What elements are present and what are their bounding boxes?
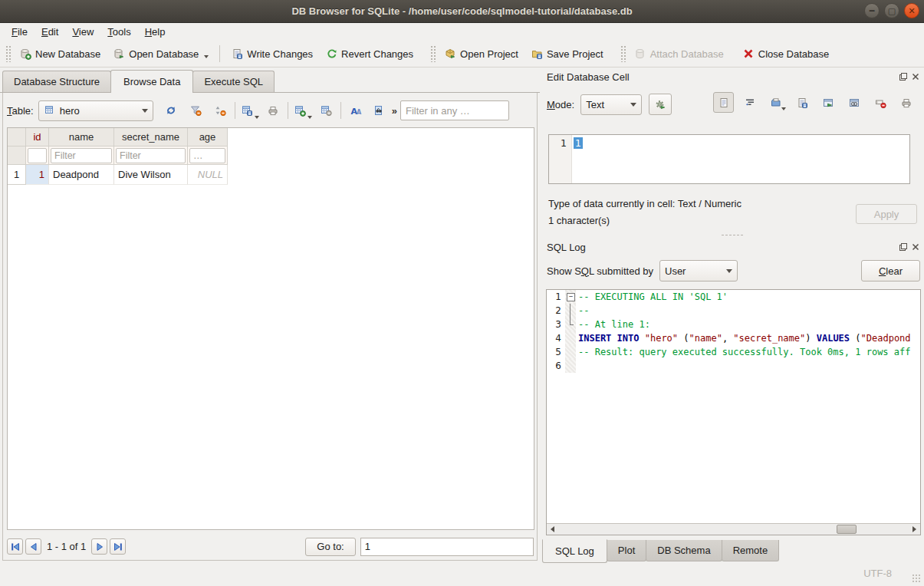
- tab-execute-sql[interactable]: Execute SQL: [192, 71, 275, 92]
- db-new-icon: [19, 48, 31, 60]
- goto-button[interactable]: Go to:: [305, 538, 355, 556]
- tab-browse-data[interactable]: Browse Data: [110, 70, 193, 93]
- open-project-button[interactable]: Open Project: [438, 44, 524, 64]
- grid-corner[interactable]: [8, 128, 26, 146]
- menu-bar: File Edit View Tools Help: [0, 23, 924, 41]
- tab-plot[interactable]: Plot: [607, 540, 646, 561]
- menu-file[interactable]: File: [5, 24, 35, 40]
- chevron-down-icon: [630, 103, 636, 107]
- word-wrap-button[interactable]: [739, 92, 760, 113]
- clear-log-button[interactable]: Clear: [861, 260, 920, 281]
- previous-record-button[interactable]: [25, 538, 41, 555]
- resize-grip-icon[interactable]: [912, 574, 921, 583]
- import-data-button[interactable]: [765, 92, 786, 113]
- titlebar[interactable]: DB Browser for SQLite - /home/user/code/…: [0, 0, 924, 23]
- close-database-button[interactable]: Close Database: [736, 44, 836, 64]
- first-record-button[interactable]: [7, 538, 23, 555]
- export-data-icon: [796, 97, 808, 109]
- tab-remote[interactable]: Remote: [722, 540, 780, 561]
- horizontal-scrollbar[interactable]: [547, 523, 920, 535]
- sql-source-select[interactable]: User: [659, 260, 738, 281]
- toolbar-overflow-chevron[interactable]: »: [392, 105, 397, 117]
- last-record-icon: [112, 541, 124, 553]
- row-header[interactable]: 1: [8, 165, 26, 185]
- filter-input-id[interactable]: [28, 148, 47, 163]
- goto-input[interactable]: 1: [360, 538, 534, 556]
- copy-link-button[interactable]: [843, 92, 864, 113]
- float-panel-icon[interactable]: [898, 242, 908, 252]
- close-database-icon: [742, 48, 755, 60]
- print-button[interactable]: [263, 100, 283, 120]
- cell-name[interactable]: Deadpond: [49, 165, 114, 185]
- save-project-button[interactable]: Save Project: [524, 44, 610, 64]
- menu-tools[interactable]: Tools: [100, 24, 137, 40]
- next-record-button[interactable]: [91, 538, 107, 555]
- refresh-button[interactable]: [161, 100, 181, 120]
- sql-log-view[interactable]: 1-- EXECUTING ALL IN 'SQL 1'2--3-- At li…: [546, 289, 921, 535]
- column-header-secret-name[interactable]: secret_name: [114, 128, 188, 146]
- filter-input-age[interactable]: …: [189, 148, 225, 163]
- first-record-icon: [9, 541, 21, 553]
- print-cell-button[interactable]: [896, 92, 916, 113]
- set-null-button[interactable]: [870, 92, 890, 113]
- scrollbar-thumb[interactable]: [837, 525, 857, 534]
- cell-id[interactable]: 1: [26, 165, 49, 185]
- cell-editor-value[interactable]: 1: [574, 137, 583, 149]
- table-select[interactable]: hero: [38, 100, 153, 121]
- close-panel-icon[interactable]: [910, 71, 920, 81]
- browse-data-page: Table: hero AA » Filter in any …: [2, 93, 538, 561]
- tab-db-schema[interactable]: DB Schema: [646, 540, 722, 561]
- filter-any-input[interactable]: Filter in any …: [400, 100, 509, 120]
- find-button[interactable]: [369, 100, 389, 120]
- cell-secret-name[interactable]: Dive Wilson: [114, 165, 188, 185]
- print-cell-icon: [900, 97, 912, 109]
- chevron-down-icon: [142, 109, 148, 113]
- sql-log-title: SQL Log: [547, 242, 586, 253]
- maximize-icon[interactable]: ▢: [884, 3, 899, 18]
- sql-log-line: 5-- Result: query executed successfully.…: [547, 345, 920, 359]
- close-icon[interactable]: ✕: [904, 3, 919, 18]
- delete-record-button[interactable]: [316, 100, 336, 120]
- open-database-button[interactable]: Open Database: [107, 44, 215, 64]
- clear-sort-button[interactable]: [210, 100, 230, 120]
- column-header-name[interactable]: name: [49, 128, 114, 146]
- filter-corner: [8, 146, 26, 165]
- column-header-id[interactable]: id: [26, 128, 49, 146]
- scrollbar-track[interactable]: [558, 524, 909, 535]
- revert-changes-button[interactable]: Revert Changes: [319, 44, 419, 64]
- column-header-age[interactable]: age: [188, 128, 228, 146]
- scroll-left-icon[interactable]: [547, 524, 558, 535]
- panel-splitter[interactable]: [541, 232, 924, 238]
- open-in-app-button[interactable]: [817, 92, 838, 113]
- new-database-button[interactable]: New Database: [13, 44, 107, 64]
- minimize-icon[interactable]: ━: [864, 3, 880, 18]
- mode-select[interactable]: Text: [580, 94, 642, 115]
- toolbar-drag-handle[interactable]: [430, 45, 436, 62]
- menu-help[interactable]: Help: [138, 24, 173, 40]
- tab-sql-log[interactable]: SQL Log: [542, 539, 607, 563]
- font-button[interactable]: AA: [346, 100, 366, 120]
- toolbar-drag-handle[interactable]: [620, 45, 626, 62]
- grid-filter-row: Filter Filter …: [8, 146, 534, 165]
- scroll-right-icon[interactable]: [909, 524, 920, 535]
- filter-input-secret-name[interactable]: Filter: [116, 148, 186, 163]
- save-view-button[interactable]: [240, 100, 260, 120]
- menu-edit[interactable]: Edit: [35, 24, 65, 40]
- fold-marker-icon[interactable]: [565, 290, 576, 304]
- cell-age[interactable]: NULL: [188, 165, 228, 185]
- auto-switch-mode-button[interactable]: [649, 94, 672, 115]
- text-mode-button[interactable]: [713, 92, 734, 113]
- insert-record-button[interactable]: [293, 100, 313, 120]
- filter-input-name[interactable]: Filter: [51, 148, 112, 163]
- cell-editor[interactable]: 1 1: [548, 134, 910, 184]
- float-panel-icon[interactable]: [898, 71, 908, 81]
- last-record-button[interactable]: [110, 538, 126, 555]
- tab-database-structure[interactable]: Database Structure: [2, 71, 111, 92]
- toolbar-drag-handle[interactable]: [5, 45, 11, 62]
- write-changes-button[interactable]: Write Changes: [225, 44, 319, 64]
- menu-view[interactable]: View: [65, 24, 100, 40]
- close-panel-icon[interactable]: [910, 242, 920, 252]
- export-data-button[interactable]: [791, 92, 812, 113]
- chevron-down-icon[interactable]: [204, 55, 209, 58]
- clear-filters-button[interactable]: [186, 100, 206, 120]
